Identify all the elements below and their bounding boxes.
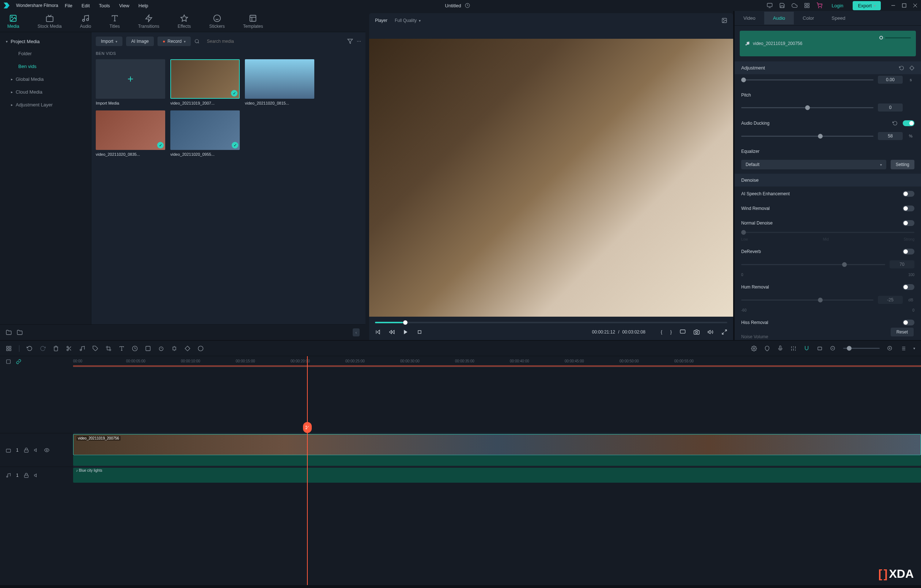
color-icon[interactable] [145, 345, 151, 352]
marker-icon[interactable] [764, 345, 770, 352]
text-icon[interactable] [119, 345, 125, 352]
media-item[interactable]: ✓ video_20211019_2007... [170, 59, 240, 105]
stop-icon[interactable] [417, 329, 423, 335]
ducking-toggle[interactable] [903, 120, 914, 126]
ai-image-button[interactable]: AI Image [126, 37, 154, 46]
zoom-out-icon[interactable] [830, 345, 836, 352]
speed-icon[interactable] [132, 345, 138, 352]
lock-icon[interactable] [24, 448, 29, 453]
mark-in-icon[interactable]: { [661, 329, 662, 335]
ducking-slider[interactable] [741, 136, 874, 137]
media-item[interactable]: ✓ video_20211020_0835... [96, 111, 165, 156]
import-button[interactable]: Import▾ [96, 37, 122, 46]
lock-icon[interactable] [24, 473, 29, 478]
mute-icon[interactable] [34, 473, 39, 478]
playhead-handle[interactable] [303, 422, 312, 433]
mixer-icon[interactable] [791, 345, 796, 352]
right-tab-audio[interactable]: Audio [764, 12, 794, 24]
tab-stock-media[interactable]: Stock Media [37, 14, 62, 29]
menu-view[interactable]: View [119, 3, 129, 8]
sidebar-header-project-media[interactable]: ▾ Project Media [0, 36, 91, 47]
collapse-sidebar-button[interactable]: ‹ [353, 328, 360, 336]
quality-dropdown[interactable]: Full Quality▾ [395, 18, 421, 23]
video-preview[interactable] [369, 39, 733, 317]
sidebar-item-global-media[interactable]: ▸Global Media [0, 73, 91, 86]
tab-effects[interactable]: Effects [177, 14, 191, 29]
seek-thumb[interactable] [403, 320, 407, 325]
seek-bar[interactable] [375, 322, 727, 323]
sidebar-item-ben-vids[interactable]: Ben vids [0, 60, 91, 73]
layout-icon[interactable] [6, 345, 12, 352]
link-icon[interactable] [817, 345, 823, 352]
more-timeline-icon[interactable]: ▾ [913, 346, 915, 350]
tab-stickers[interactable]: Stickers [209, 14, 225, 29]
minimize-icon[interactable] [891, 3, 895, 8]
hum-value[interactable]: -25 [878, 296, 903, 304]
keyframe-icon[interactable] [909, 65, 914, 70]
zoom-in-icon[interactable] [887, 345, 893, 352]
record-button[interactable]: ●Record▾ [158, 37, 191, 46]
fullscreen-icon[interactable] [721, 329, 727, 335]
menu-file[interactable]: File [65, 3, 72, 8]
monitor-icon[interactable] [767, 3, 773, 8]
cloud-icon[interactable] [792, 3, 797, 8]
tab-audio[interactable]: Audio [80, 14, 91, 29]
more-icon[interactable]: ⋯ [357, 39, 361, 44]
timer-icon[interactable] [158, 345, 164, 352]
pitch-slider[interactable] [741, 107, 874, 108]
cut-icon[interactable] [66, 345, 72, 352]
play-icon[interactable] [403, 329, 408, 335]
zoom-slider[interactable] [843, 348, 880, 349]
adjustment-header[interactable]: Adjustment [735, 62, 921, 74]
normal-denoise-toggle[interactable] [903, 220, 914, 226]
new-folder-icon[interactable] [6, 329, 12, 336]
import-media-tile[interactable]: + Import Media [96, 59, 165, 105]
redo-icon[interactable] [40, 345, 46, 352]
audio-clip[interactable]: ♪ Blue city lights [73, 468, 921, 483]
audio-detach-icon[interactable] [79, 345, 85, 352]
prev-frame-icon[interactable] [375, 329, 381, 335]
menu-tools[interactable]: Tools [99, 3, 110, 8]
save-icon[interactable] [779, 3, 785, 8]
gear-icon[interactable] [751, 345, 757, 352]
view-options-icon[interactable] [900, 345, 906, 352]
step-back-icon[interactable] [389, 329, 395, 335]
maximize-icon[interactable] [902, 3, 906, 8]
close-icon[interactable] [913, 3, 917, 8]
menu-help[interactable]: Help [138, 3, 148, 8]
tag-icon[interactable] [93, 345, 98, 352]
cart-icon[interactable] [817, 3, 822, 8]
reset-icon[interactable] [892, 121, 898, 126]
link-track-icon[interactable] [16, 359, 21, 364]
wind-toggle[interactable] [903, 205, 914, 211]
menu-edit[interactable]: Edit [81, 3, 89, 8]
tab-templates[interactable]: Templates [243, 14, 263, 29]
right-tab-color[interactable]: Color [794, 12, 823, 24]
tracks-icon[interactable] [6, 359, 11, 364]
eq-setting-button[interactable]: Setting [891, 160, 914, 169]
playhead[interactable] [307, 356, 308, 585]
fade-slider[interactable] [741, 79, 874, 80]
ai-icon[interactable] [198, 345, 203, 352]
sidebar-item-adjustment-layer[interactable]: ▸Adjustment Layer [0, 98, 91, 111]
sidebar-item-folder[interactable]: Folder [0, 47, 91, 60]
effects-icon[interactable] [185, 345, 190, 352]
crop-icon[interactable] [106, 345, 111, 352]
magnet-icon[interactable] [804, 345, 810, 352]
ducking-value[interactable]: 58 [878, 132, 903, 140]
right-tab-speed[interactable]: Speed [823, 12, 854, 24]
tab-media[interactable]: Media [7, 14, 20, 29]
media-item[interactable]: ✓ video_20211020_0955... [170, 111, 240, 156]
eq-preset-dropdown[interactable]: Default▾ [741, 160, 886, 169]
hum-toggle[interactable] [903, 284, 914, 290]
display-icon[interactable] [680, 329, 686, 335]
fade-value[interactable]: 0.00 [878, 76, 903, 84]
right-tab-video[interactable]: Video [735, 12, 764, 24]
reset-button[interactable]: Reset [891, 327, 914, 336]
dereverb-toggle[interactable] [903, 249, 914, 254]
hum-slider[interactable] [741, 300, 874, 301]
tab-titles[interactable]: Titles [109, 14, 119, 29]
dereverb-slider[interactable] [741, 264, 885, 265]
mute-icon[interactable] [34, 448, 39, 453]
hiss-toggle[interactable] [903, 319, 914, 326]
